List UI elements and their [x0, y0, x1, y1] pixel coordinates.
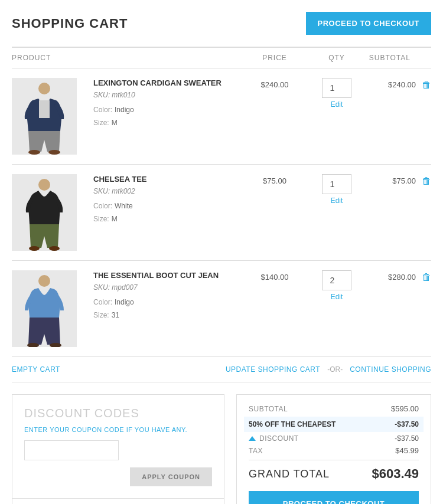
item-color-2: Color:White	[93, 200, 236, 213]
color-value-2: White	[115, 202, 133, 210]
item-name-3: THE ESSENTIAL BOOT CUT JEAN	[93, 270, 236, 281]
col-header-subtotal: SUBTOTAL	[366, 54, 431, 62]
item-qty-col-2: Edit	[307, 174, 366, 205]
item-name-1: LEXINGTON CARDIGAN SWEATER	[93, 78, 236, 89]
tax-row: TAX $45.99	[249, 446, 419, 455]
item-price-2: $75.00	[242, 174, 307, 185]
grand-total-row: GRAND TOTAL $603.49	[249, 466, 419, 482]
delete-btn-2[interactable]: 🗑	[422, 176, 431, 186]
item-color-1: Color:Indigo	[93, 104, 236, 117]
svg-point-1	[38, 83, 50, 94]
item-image-1	[12, 78, 77, 155]
cart-item-3: THE ESSENTIAL BOOT CUT JEAN SKU: mpd007 …	[12, 261, 431, 357]
svg-point-10	[38, 275, 50, 287]
col-header-qty: QTY	[307, 54, 366, 62]
item-sku-3: SKU: mpd007	[93, 283, 236, 292]
tax-label: TAX	[249, 447, 263, 455]
estimate-shipping[interactable]: ESTIMATE SHIPPING AND TAX	[12, 499, 224, 504]
item-price-3: $140.00	[242, 270, 307, 282]
qty-input-3[interactable]	[322, 270, 351, 290]
update-cart-link[interactable]: UPDATE SHOPPING CART	[226, 365, 320, 374]
summary-divider	[249, 460, 419, 460]
item-image-2	[12, 174, 77, 251]
apply-coupon-button[interactable]: APPLY COUPON	[130, 467, 212, 486]
product-figure-3	[12, 270, 77, 347]
subtotal-value: $595.00	[391, 404, 419, 413]
svg-rect-2	[39, 100, 50, 118]
triangle-icon	[249, 436, 256, 441]
or-separator: -OR-	[327, 365, 343, 374]
size-value-3: 31	[112, 311, 119, 319]
col-header-product: PRODUCT	[12, 54, 89, 62]
continue-shopping-link[interactable]: CONTINUE SHOPPING	[350, 365, 431, 374]
discount-name-label: 50% OFF THE CHEAPEST	[249, 420, 335, 428]
discount-panel: DISCOUNT CODES ENTER YOUR COUPON CODE IF…	[12, 394, 224, 499]
col-header-space	[89, 54, 242, 62]
item-qty-col-1: Edit	[307, 78, 366, 109]
page-header: SHOPPING CART PROCEED TO CHECKOUT	[12, 12, 431, 35]
discount-row-inner: DISCOUNT	[249, 434, 299, 443]
svg-point-3	[28, 150, 40, 155]
edit-link-1[interactable]: Edit	[331, 100, 343, 109]
discount-title: DISCOUNT CODES	[24, 407, 212, 420]
size-value-1: M	[112, 119, 118, 127]
item-details-1: LEXINGTON CARDIGAN SWEATER SKU: mtk010 C…	[89, 78, 242, 129]
checkout-button-bottom[interactable]: PROCEED TO CHECKOUT	[249, 491, 419, 504]
item-color-3: Color:Indigo	[93, 296, 236, 309]
grand-total-value: $603.49	[372, 466, 419, 482]
svg-point-8	[49, 246, 60, 251]
color-label-2: Color:	[93, 202, 112, 210]
item-qty-col-3: Edit	[307, 270, 366, 301]
qty-input-2[interactable]	[322, 174, 351, 194]
color-value-3: Indigo	[115, 298, 134, 306]
item-name-2: CHELSEA TEE	[93, 174, 236, 185]
item-image-col-3	[12, 270, 89, 347]
order-summary: SUBTOTAL $595.00 50% OFF THE CHEAPEST -$…	[236, 394, 431, 504]
item-details-2: CHELSEA TEE SKU: mtk002 Color:White Size…	[89, 174, 242, 225]
item-subtotal-2: $75.00	[392, 176, 416, 185]
subtotal-row: SUBTOTAL $595.00	[249, 404, 419, 413]
color-label-1: Color:	[93, 106, 112, 114]
discount-value: -$37.50	[395, 434, 419, 443]
size-label-2: Size:	[93, 215, 109, 223]
item-sku-2: SKU: mtk002	[93, 187, 236, 195]
delete-btn-1[interactable]: 🗑	[422, 80, 431, 90]
item-subtotal-1: $240.00	[388, 80, 416, 89]
cart-item-1: LEXINGTON CARDIGAN SWEATER SKU: mtk010 C…	[12, 68, 431, 165]
svg-point-4	[48, 150, 60, 155]
page-title: SHOPPING CART	[12, 16, 128, 31]
size-label-3: Size:	[93, 311, 109, 319]
grand-total-label: GRAND TOTAL	[249, 468, 330, 480]
discount-name-row: 50% OFF THE CHEAPEST -$37.50	[244, 417, 424, 432]
left-panel: DISCOUNT CODES ENTER YOUR COUPON CODE IF…	[12, 394, 224, 504]
product-figure-2	[12, 174, 77, 251]
item-size-3: Size:31	[93, 309, 236, 322]
item-subtotal-col-1: $240.00 🗑	[366, 78, 431, 90]
tax-value: $45.99	[395, 446, 419, 455]
item-details-3: THE ESSENTIAL BOOT CUT JEAN SKU: mpd007 …	[89, 270, 242, 322]
delete-btn-3[interactable]: 🗑	[422, 273, 431, 282]
size-value-2: M	[112, 215, 118, 223]
item-image-3	[12, 270, 77, 347]
edit-link-3[interactable]: Edit	[331, 293, 343, 301]
item-size-1: Size:M	[93, 117, 236, 130]
item-subtotal-col-3: $280.00 🗑	[366, 270, 431, 282]
color-label-3: Color:	[93, 298, 112, 306]
size-label-1: Size:	[93, 119, 109, 127]
empty-cart-link[interactable]: EMPTY CART	[12, 365, 60, 374]
discount-label: DISCOUNT	[259, 434, 299, 443]
col-header-price: PRICE	[242, 54, 307, 62]
coupon-input[interactable]	[24, 440, 119, 460]
cart-item-2: CHELSEA TEE SKU: mtk002 Color:White Size…	[12, 165, 431, 261]
item-size-2: Size:M	[93, 213, 236, 226]
product-figure-1	[12, 78, 77, 155]
qty-input-1[interactable]	[322, 78, 351, 98]
subtotal-label: SUBTOTAL	[249, 405, 288, 413]
discount-name-value: -$37.50	[395, 420, 419, 428]
cart-actions: EMPTY CART UPDATE SHOPPING CART -OR- CON…	[12, 357, 431, 382]
edit-link-2[interactable]: Edit	[331, 197, 343, 205]
bottom-section: DISCOUNT CODES ENTER YOUR COUPON CODE IF…	[12, 394, 431, 504]
item-image-col-1	[12, 78, 89, 155]
item-subtotal-col-2: $75.00 🗑	[366, 174, 431, 186]
checkout-button-top[interactable]: PROCEED TO CHECKOUT	[306, 12, 432, 35]
